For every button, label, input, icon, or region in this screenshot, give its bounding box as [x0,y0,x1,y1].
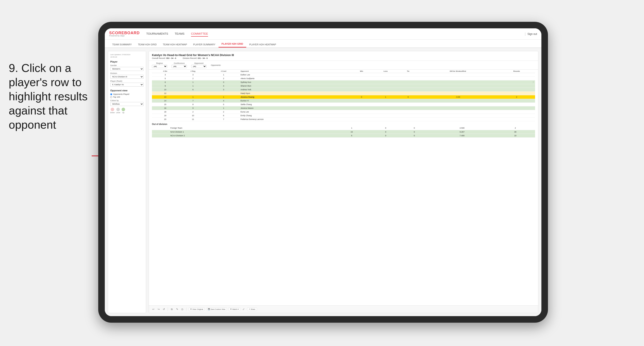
refresh-icon[interactable]: ↺ [162,308,166,311]
grid-table: # Div # Reg # Conf Opponent Win Loss Tie… [152,70,535,121]
legend-level-dot [116,108,120,111]
left-panel: Last Updated: 27/03/2024 16:55:28 Player… [108,51,146,313]
opponent-view-title: Opponent view [110,89,144,92]
sign-out-link[interactable]: Sign out [528,32,537,35]
toolbar-divider-1 [168,308,168,311]
resize-icon[interactable]: ⤢ [242,308,245,311]
clock-icon[interactable]: ◷ [180,308,184,311]
col-div: # Div [152,70,178,73]
opponents-label: Opponents: [211,64,221,66]
nav-teams[interactable]: TEAMS [175,31,184,37]
gender-select[interactable]: Women's [110,67,144,71]
out-of-division-table: Foreign Team 100 4.5002 NAIA Division 1 … [152,126,535,138]
share-button[interactable]: ↗ Share [247,308,257,311]
watch-button[interactable]: 👁 Watch ▾ [228,308,240,311]
table-row[interactable]: 1691 Jessica Mason [152,106,535,110]
nav-committee[interactable]: COMMITTEE [191,31,208,37]
grid-records: Overall Record: 353 - 34 - 6 Division Re… [152,57,535,59]
out-of-division-row[interactable]: NAIA Division 1 1500 9.26730 [152,130,535,134]
legend-down-dot [111,108,114,111]
table-row[interactable]: 19106 Emily Chang [152,114,535,118]
out-of-division-header: Out of division [152,121,535,126]
legend: Down Level Up [110,108,144,114]
toolbar-divider-2 [186,308,186,311]
player-section-title: Player [110,60,144,63]
redo-icon[interactable]: ↪ [157,308,160,311]
save-custom-view-button[interactable]: 💾 Save Custom View [206,308,227,311]
out-of-division-row[interactable]: NCAA Division 2 500 7.40010 [152,134,535,137]
table-row[interactable]: 613 Sydney Kuo ⋮ [152,80,535,84]
sub-nav-player-summary[interactable]: PLAYER SUMMARY [190,41,218,47]
gender-label: Gender [110,64,144,66]
nav-separator: | [525,32,526,36]
tablet-device: SCOREBOARD Powered by clippi TOURNAMENTS… [98,22,548,323]
view-original-button[interactable]: 👁 View: Original [188,308,204,311]
tablet-screen: SCOREBOARD Powered by clippi TOURNAMENTS… [105,28,542,316]
table-row[interactable]: 331 Esther Lee [152,73,535,77]
edit-icon[interactable]: ✎ [175,308,179,311]
opponent-select[interactable]: (All) [191,65,206,68]
sub-nav-team-h2h-grid[interactable]: TEAM H2H GRID [135,41,160,47]
filter-row: Region (All) Conference (All) Opponent [149,61,538,70]
col-conf: # Conf [208,70,240,73]
logo-text: SCOREBOARD [109,31,140,35]
sub-nav: TEAM SUMMARY TEAM H2H GRID TEAM H2H HEAT… [105,40,542,48]
region-select[interactable]: (All) [152,65,167,68]
division-select[interactable]: NCAA Division III [110,75,144,79]
table-row[interactable]: 1822 Euna Lee [152,110,535,114]
grid-table-container[interactable]: # Div # Reg # Conf Opponent Win Loss Tie… [149,70,538,306]
radio-top-100[interactable]: Top 100 [110,96,144,98]
col-opponent: Opponent [240,70,350,73]
last-updated: Last Updated: 27/03/2024 16:55:28 [110,53,144,58]
nav-links: TOURNAMENTS TEAMS COMMITTEE [146,31,525,37]
opponent-view-radio-group: Opponents Played Top 100 [110,93,144,98]
colour-by-select[interactable]: Win/loss [110,102,144,106]
division-label: Division [110,72,144,74]
annotation-text: 9. Click on a player's row to highlight … [9,61,92,132]
table-row[interactable]: 12 Haeji Hyun [152,92,535,95]
logo-sub: Powered by clippi [109,35,140,37]
table-row-highlighted[interactable]: 1311 Jessica Huang 010-3.002 [152,95,535,99]
radio-opponents-played[interactable]: Opponents Played [110,93,144,95]
player-rank-label: Player (Rank) [110,80,144,82]
overall-record: Overall Record: 353 - 34 - 6 [152,57,176,59]
legend-level: Level [116,108,120,114]
col-diff: Diff Av Strokes/Rnd [418,70,498,73]
region-filter-group: Region (All) [152,62,167,68]
right-panel: Katelyn Vo Head-to-Head Grid for Women's… [149,51,538,313]
grid-title: Katelyn Vo Head-to-Head Grid for Women's… [152,53,535,57]
grid-header: Katelyn Vo Head-to-Head Grid for Women's… [149,51,538,61]
opponent-filter-group: Opponent (All) [191,62,206,68]
sub-nav-team-h2h-heatmap[interactable]: TEAM H2H HEATMAP [160,41,190,47]
sub-nav-player-h2h-grid[interactable]: PLAYER H2H GRID [218,41,246,47]
colour-by-label: Colour by [110,99,144,102]
table-row[interactable]: 522 Alexis Sudjianto [152,77,535,80]
player-select[interactable]: 8. Katelyn Vo [110,83,144,87]
out-of-division-row[interactable]: Foreign Team 100 4.5002 [152,126,535,130]
conference-filter-group: Conference (All) [172,62,187,68]
table-row[interactable]: 1474 Eunice Yi [152,99,535,103]
table-row[interactable]: 1063 Andrea York [152,88,535,92]
nav-tournaments[interactable]: TOURNAMENTS [146,31,168,37]
opponent-view-section: Opponent view Opponents Played Top 100 [110,89,144,98]
sub-nav-player-h2h-heatmap[interactable]: PLAYER H2H HEATMAP [246,41,279,47]
copy-icon[interactable]: ⧉ [170,308,174,311]
col-reg: # Reg [178,70,208,73]
table-row[interactable]: 914 Sharon Mun [152,84,535,88]
legend-up: Up [122,108,125,114]
undo-icon[interactable]: ↩ [152,308,155,311]
col-tie: Tie [399,70,418,73]
bottom-toolbar: ↩ ↪ ↺ ⧉ ✎ ◷ 👁 View: Original 💾 Save Cust… [149,306,538,313]
conference-select[interactable]: (All) [172,65,187,68]
legend-down: Down [110,108,114,114]
col-win: Win [350,70,373,73]
table-row[interactable]: 1585 Stella Chang [152,103,535,106]
nav-bar: SCOREBOARD Powered by clippi TOURNAMENTS… [105,28,542,40]
logo-area: SCOREBOARD Powered by clippi [109,31,140,37]
table-row[interactable]: 20117 Federica Domecq Lacroze [152,118,535,121]
main-content: Last Updated: 27/03/2024 16:55:28 Player… [105,48,542,316]
table-header-row: # Div # Reg # Conf Opponent Win Loss Tie… [152,70,535,73]
legend-up-dot [122,108,125,111]
sub-nav-team-summary[interactable]: TEAM SUMMARY [109,41,135,47]
division-record: Division Record: 331 - 34 - 6 [183,57,208,59]
